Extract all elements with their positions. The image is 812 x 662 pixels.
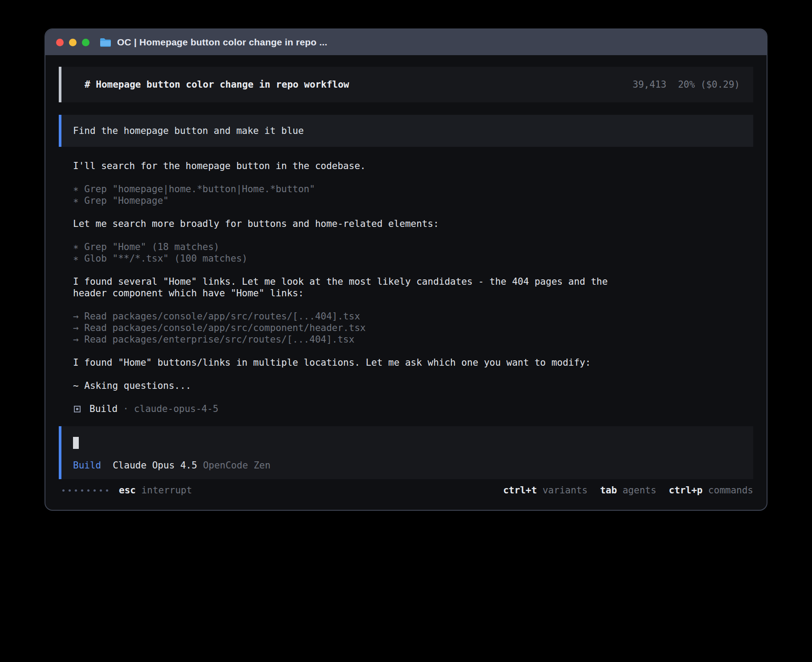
status-bar-right: ctrl+t variants tab agents ctrl+p comman… (503, 484, 753, 496)
agent-name: Build (89, 403, 118, 415)
progress-dots (62, 489, 108, 492)
interrupt-hint: esc interrupt (119, 484, 192, 496)
status-bar-left: esc interrupt (62, 484, 192, 496)
agent-separator: · (123, 403, 129, 415)
context-usage: 20% ($0.29) (678, 79, 740, 90)
grep-tool-call: ∗ Grep "Home" (18 matches) (73, 241, 753, 253)
assistant-text: I found several "Home" links. Let me loo… (73, 276, 753, 287)
assistant-paragraph: Let me search more broadly for buttons a… (73, 218, 753, 230)
assistant-paragraph: I'll search for the homepage button in t… (73, 160, 753, 172)
agents-hint: tab agents (600, 484, 656, 496)
zoom-button[interactable] (82, 39, 89, 46)
esc-key-label: interrupt (142, 485, 192, 496)
working-status: ~ Asking questions... (73, 380, 753, 392)
user-message: Find the homepage button and make it blu… (59, 115, 753, 147)
window-titlebar[interactable]: OC | Homepage button color change in rep… (45, 29, 767, 55)
agent-icon (74, 406, 81, 412)
window-title: OC | Homepage button color change in rep… (117, 37, 327, 48)
read-tool-call: → Read packages/console/app/src/routes/[… (73, 311, 753, 322)
model-provider: OpenCode Zen (203, 460, 271, 471)
prompt-input[interactable]: Build Claude Opus 4.5 OpenCode Zen (59, 426, 753, 479)
tool-call-group: ∗ Grep "homepage|home.*button|Home.*butt… (73, 183, 753, 206)
minimize-button[interactable] (69, 39, 77, 46)
terminal-window: OC | Homepage button color change in rep… (45, 28, 767, 511)
agent-icon-dot (76, 408, 78, 410)
glob-tool-call: ∗ Glob "**/*.tsx" (100 matches) (73, 253, 753, 264)
session-header: # Homepage button color change in repo w… (59, 67, 753, 102)
ctrl-t-label: variants (543, 485, 588, 496)
text-cursor (73, 437, 79, 449)
working-status-text: ~ Asking questions... (73, 380, 753, 392)
ctrl-p-key: ctrl+p (669, 485, 702, 496)
tab-label: agents (622, 485, 656, 496)
ctrl-t-key: ctrl+t (503, 485, 537, 496)
window-controls (56, 39, 89, 46)
assistant-text: I'll search for the homepage button in t… (73, 160, 753, 172)
folder-icon (99, 37, 112, 47)
status-bar: esc interrupt ctrl+t variants tab agents… (59, 484, 753, 496)
read-tool-call: → Read packages/console/app/src/componen… (73, 322, 753, 334)
agent-mode-label[interactable]: Build (73, 460, 101, 471)
tool-call-group: → Read packages/console/app/src/routes/[… (73, 311, 753, 345)
session-meta: 39,413 20% ($0.29) (633, 79, 740, 90)
grep-tool-call: ∗ Grep "homepage|home.*button|Home.*butt… (73, 183, 753, 195)
grep-tool-call: ∗ Grep "Homepage" (73, 195, 753, 206)
assistant-paragraph: I found several "Home" links. Let me loo… (73, 276, 753, 299)
variants-hint: ctrl+t variants (503, 484, 588, 496)
tab-key: tab (600, 485, 617, 496)
ctrl-p-label: commands (708, 485, 753, 496)
user-message-text: Find the homepage button and make it blu… (73, 125, 304, 137)
session-title: # Homepage button color change in repo w… (85, 79, 349, 90)
agent-status-row: Build · claude-opus-4-5 (73, 403, 753, 415)
input-text-line[interactable] (73, 437, 741, 449)
assistant-text: I found "Home" buttons/links in multiple… (73, 357, 753, 368)
assistant-text: header component which have "Home" links… (73, 287, 753, 299)
model-name: Claude Opus 4.5 (113, 460, 197, 471)
read-tool-call: → Read packages/enterprise/src/routes/[.… (73, 334, 753, 345)
assistant-text: Let me search more broadly for buttons a… (73, 218, 753, 230)
assistant-transcript: I'll search for the homepage button in t… (73, 160, 753, 415)
agent-model: claude-opus-4-5 (134, 403, 219, 415)
esc-key: esc (119, 485, 136, 496)
token-count: 39,413 (633, 79, 666, 90)
commands-hint: ctrl+p commands (669, 484, 753, 496)
tool-call-group: ∗ Grep "Home" (18 matches) ∗ Glob "**/*.… (73, 241, 753, 264)
terminal-content: # Homepage button color change in repo w… (45, 55, 767, 496)
close-button[interactable] (56, 39, 64, 46)
assistant-paragraph: I found "Home" buttons/links in multiple… (73, 357, 753, 368)
input-status-line: Build Claude Opus 4.5 OpenCode Zen (73, 460, 741, 471)
